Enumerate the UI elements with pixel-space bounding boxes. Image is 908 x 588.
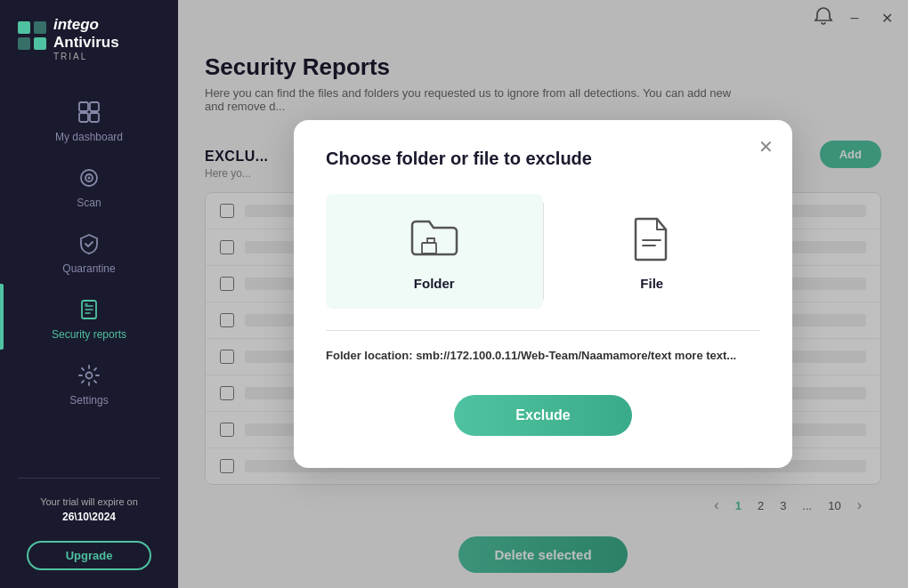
security-reports-icon — [77, 298, 101, 325]
trial-text: Your trial will expire on — [40, 496, 138, 507]
sidebar-item-scan[interactable]: Scan — [0, 152, 178, 218]
folder-location-text: Folder location: smb://172.100.0.11/Web-… — [326, 349, 760, 366]
app-logo: intego Antivirus TRIAL — [0, 0, 178, 77]
file-option-label: File — [640, 276, 663, 291]
choose-exclude-modal: ✕ Choose folder or file to exclude Folde… — [294, 120, 792, 468]
svg-rect-2 — [18, 37, 30, 50]
sidebar-divider — [18, 478, 160, 479]
svg-rect-3 — [34, 37, 46, 50]
settings-icon — [77, 364, 101, 391]
folder-icon — [408, 212, 461, 265]
quarantine-icon — [77, 232, 101, 259]
modal-close-button[interactable]: ✕ — [753, 134, 778, 159]
sidebar-item-dashboard[interactable]: My dashboard — [0, 86, 178, 152]
svg-rect-7 — [90, 113, 99, 122]
sidebar-item-security-reports[interactable]: Security reports — [0, 284, 178, 350]
sidebar-item-quarantine-label: Quarantine — [62, 262, 115, 275]
folder-location-value: smb://172.100.0.11/Web-Team/Naamamore/te… — [416, 349, 736, 362]
svg-point-12 — [86, 373, 93, 379]
scan-icon — [77, 166, 101, 193]
folder-option-label: Folder — [414, 276, 455, 291]
svg-rect-4 — [79, 102, 88, 111]
svg-rect-5 — [90, 102, 99, 111]
trial-date: 26\10\2024 — [14, 511, 164, 523]
upgrade-button[interactable]: Upgrade — [27, 541, 151, 570]
logo-text: intego Antivirus — [53, 16, 119, 51]
sidebar: intego Antivirus TRIAL My dashboard — [0, 0, 178, 588]
modal-separator — [326, 330, 760, 331]
trial-info: Your trial will expire on 26\10\2024 — [0, 486, 178, 534]
file-option[interactable]: File — [544, 194, 761, 309]
svg-rect-1 — [34, 21, 46, 34]
logo-trial: TRIAL — [53, 52, 164, 61]
svg-rect-0 — [18, 21, 30, 34]
sidebar-nav: My dashboard Scan Quarantine — [0, 77, 178, 471]
main-area: – ✕ Security Reports Here you can find t… — [178, 0, 908, 588]
svg-rect-13 — [422, 243, 436, 254]
svg-rect-6 — [79, 113, 88, 122]
sidebar-item-security-reports-label: Security reports — [52, 328, 126, 341]
folder-option[interactable]: Folder — [326, 194, 543, 309]
dashboard-icon — [77, 101, 101, 127]
modal-options: Folder File — [326, 194, 760, 309]
sidebar-item-dashboard-label: My dashboard — [55, 131, 123, 143]
svg-point-10 — [88, 177, 91, 180]
sidebar-item-quarantine[interactable]: Quarantine — [0, 218, 178, 284]
sidebar-item-settings-label: Settings — [69, 394, 108, 407]
exclude-button[interactable]: Exclude — [454, 395, 632, 436]
modal-title: Choose folder or file to exclude — [326, 149, 760, 169]
sidebar-item-scan-label: Scan — [77, 197, 101, 209]
folder-location-label: Folder location: — [326, 349, 413, 362]
file-icon — [625, 212, 678, 265]
logo-icon — [18, 21, 46, 56]
sidebar-item-settings[interactable]: Settings — [0, 350, 178, 415]
modal-overlay[interactable]: ✕ Choose folder or file to exclude Folde… — [178, 0, 908, 588]
